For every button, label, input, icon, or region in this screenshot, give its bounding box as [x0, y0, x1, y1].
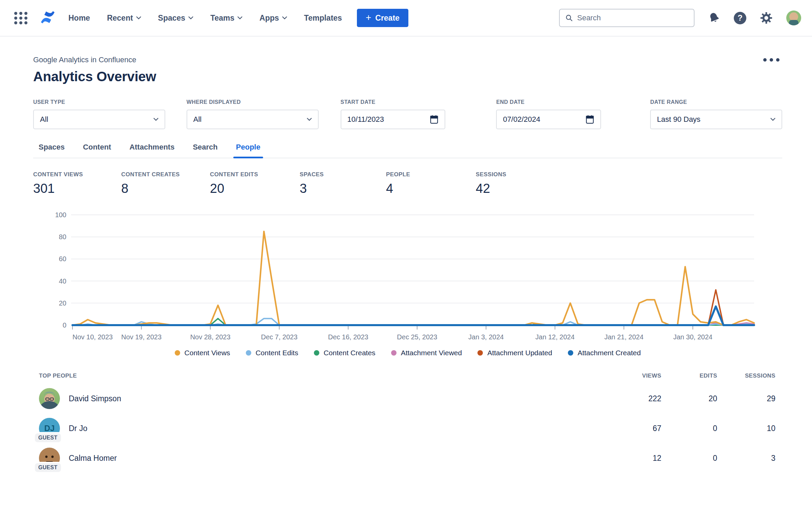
- filter-value: All: [193, 115, 201, 124]
- chevron-down-icon: [282, 16, 287, 20]
- chevron-down-icon: [770, 118, 775, 121]
- stat-label: CONTENT EDITS: [210, 171, 300, 178]
- breadcrumb[interactable]: Google Analytics in Confluence: [33, 55, 136, 64]
- svg-text:Dec 25, 2023: Dec 25, 2023: [397, 333, 437, 341]
- filter-date-input[interactable]: 07/02/2024: [496, 110, 601, 129]
- legend-item-attachment-updated[interactable]: Attachment Updated: [477, 349, 552, 357]
- search-icon: [565, 14, 573, 22]
- chevron-down-icon: [237, 16, 242, 20]
- search-box[interactable]: [559, 9, 695, 27]
- sessions-cell: 10: [717, 424, 775, 433]
- person-name[interactable]: Calma Homer: [69, 454, 117, 463]
- filter-where-displayed: WHERE DISPLAYED All: [187, 99, 319, 129]
- stats-row: CONTENT VIEWS 301CONTENT CREATES 8CONTEN…: [33, 171, 782, 196]
- more-options-icon[interactable]: [761, 55, 782, 64]
- line-chart-svg: 020406080100Nov 10, 2023Nov 19, 2023Nov …: [33, 207, 789, 343]
- column-header-people: TOP PEOPLE: [39, 373, 617, 379]
- settings-gear-icon[interactable]: [760, 12, 773, 24]
- calendar-icon: [585, 115, 594, 124]
- nav-item-templates[interactable]: Templates: [304, 14, 342, 23]
- avatar: [39, 388, 60, 409]
- create-button[interactable]: + Create: [357, 9, 408, 27]
- stat-content-edits: CONTENT EDITS 20: [210, 171, 300, 196]
- svg-text:Nov 28, 2023: Nov 28, 2023: [190, 333, 231, 341]
- svg-text:100: 100: [55, 211, 66, 219]
- filter-select[interactable]: All: [33, 110, 165, 129]
- legend-item-content-creates[interactable]: Content Creates: [314, 349, 376, 357]
- sessions-cell: 3: [717, 454, 775, 463]
- column-header-sessions: SESSIONS: [717, 373, 775, 379]
- legend-item-content-edits[interactable]: Content Edits: [246, 349, 298, 357]
- legend-label: Attachment Created: [578, 349, 641, 357]
- nav-item-apps[interactable]: Apps: [259, 14, 287, 23]
- stat-label: CONTENT CREATES: [121, 171, 210, 178]
- nav-item-recent[interactable]: Recent: [107, 14, 141, 23]
- stat-content-creates: CONTENT CREATES 8: [121, 171, 210, 196]
- series-attachment-updated: [72, 290, 754, 325]
- svg-text:Jan 3, 2024: Jan 3, 2024: [468, 333, 504, 341]
- svg-text:Jan 12, 2024: Jan 12, 2024: [535, 333, 575, 341]
- series-content-views: [72, 231, 754, 325]
- filter-date-range: DATE RANGE Last 90 Days: [650, 99, 782, 129]
- tab-attachments[interactable]: Attachments: [129, 141, 175, 158]
- activity-line-chart: 020406080100Nov 10, 2023Nov 19, 2023Nov …: [33, 207, 782, 344]
- person-name[interactable]: David Simpson: [69, 394, 121, 403]
- nav-item-spaces[interactable]: Spaces: [158, 14, 194, 23]
- svg-text:40: 40: [59, 277, 66, 285]
- filter-date-input[interactable]: 10/11/2023: [341, 110, 446, 129]
- edits-cell: 0: [661, 454, 717, 463]
- confluence-logo-icon[interactable]: [40, 10, 56, 26]
- nav-item-home[interactable]: Home: [68, 14, 90, 23]
- svg-text:Jan 30, 2024: Jan 30, 2024: [673, 333, 712, 341]
- stat-people: PEOPLE 4: [386, 171, 476, 196]
- top-navigation: HomeRecentSpacesTeamsAppsTemplates + Cre…: [0, 0, 812, 37]
- plus-icon: +: [366, 13, 371, 22]
- svg-text:0: 0: [63, 321, 66, 329]
- views-cell: 67: [617, 424, 661, 433]
- stat-value: 20: [210, 181, 300, 196]
- svg-text:80: 80: [59, 233, 66, 241]
- legend-dot: [568, 350, 573, 356]
- legend-dot: [314, 350, 319, 356]
- filter-select[interactable]: Last 90 Days: [650, 110, 782, 129]
- legend-label: Content Creates: [324, 349, 376, 357]
- nav-item-teams[interactable]: Teams: [210, 14, 242, 23]
- legend-item-attachment-viewed[interactable]: Attachment Viewed: [391, 349, 462, 357]
- svg-text:Nov 19, 2023: Nov 19, 2023: [121, 333, 162, 341]
- stat-value: 3: [300, 181, 386, 196]
- tab-content[interactable]: Content: [82, 141, 112, 158]
- table-header-row: TOP PEOPLE VIEWS EDITS SESSIONS: [39, 373, 775, 379]
- chart-legend: Content Views Content Edits Content Crea…: [33, 349, 782, 357]
- filter-start-date: START DATE 10/11/2023: [341, 99, 446, 129]
- legend-item-content-views[interactable]: Content Views: [175, 349, 230, 357]
- filter-select[interactable]: All: [187, 110, 319, 129]
- chevron-down-icon: [136, 16, 141, 20]
- filter-value: Last 90 Days: [657, 115, 700, 124]
- table-row: DJ GUEST Dr Jo 67 0 10: [39, 418, 775, 439]
- column-header-edits: EDITS: [661, 373, 717, 379]
- series-attachment-created: [72, 307, 754, 325]
- filter-user-type: USER TYPE All: [33, 99, 165, 129]
- user-avatar[interactable]: [786, 10, 801, 25]
- views-cell: 222: [617, 394, 661, 403]
- notifications-bell-icon[interactable]: [706, 10, 722, 26]
- stat-label: SESSIONS: [476, 171, 564, 178]
- top-people-table: TOP PEOPLE VIEWS EDITS SESSIONS David Si…: [33, 373, 775, 469]
- tab-search[interactable]: Search: [192, 141, 218, 158]
- legend-item-attachment-created[interactable]: Attachment Created: [568, 349, 641, 357]
- search-input[interactable]: [577, 14, 688, 22]
- legend-dot: [175, 350, 180, 356]
- stat-label: SPACES: [300, 171, 386, 178]
- help-icon[interactable]: ?: [734, 12, 746, 24]
- svg-text:60: 60: [59, 255, 66, 263]
- person-name[interactable]: Dr Jo: [69, 424, 87, 433]
- app-switcher-icon[interactable]: [11, 8, 31, 28]
- tab-spaces[interactable]: Spaces: [38, 141, 65, 158]
- legend-label: Content Edits: [256, 349, 298, 357]
- stat-value: 8: [121, 181, 210, 196]
- chevron-down-icon: [188, 16, 193, 20]
- tab-people[interactable]: People: [235, 141, 261, 158]
- filter-end-date: END DATE 07/02/2024: [496, 99, 601, 129]
- legend-label: Attachment Updated: [487, 349, 552, 357]
- legend-dot: [391, 350, 397, 356]
